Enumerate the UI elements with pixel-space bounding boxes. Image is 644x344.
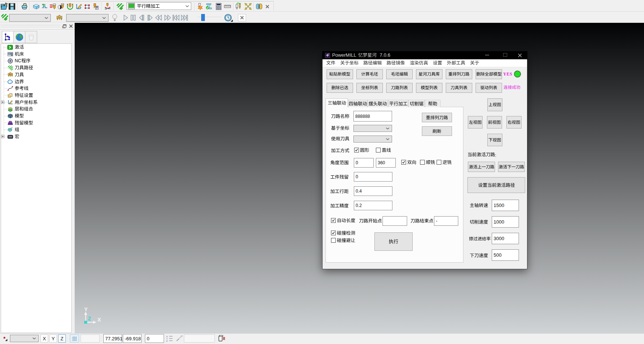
svg-text:Z: Z	[166, 340, 168, 342]
svg-text:Y: Y	[84, 306, 88, 312]
svg-text:X: X	[97, 317, 101, 323]
svg-text:Z: Z	[88, 316, 91, 322]
